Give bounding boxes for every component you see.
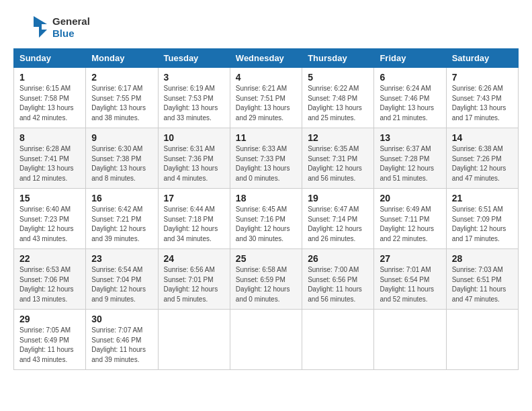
calendar-cell: 18 Sunrise: 6:45 AMSunset: 7:16 PMDaylig… [230, 189, 302, 249]
day-number: 7 [452, 72, 513, 83]
day-number: 5 [308, 72, 368, 83]
day-info: Sunrise: 6:38 AMSunset: 7:26 PMDaylight:… [452, 145, 506, 182]
day-info: Sunrise: 6:58 AMSunset: 6:59 PMDaylight:… [236, 266, 290, 303]
day-number: 3 [164, 72, 224, 83]
day-info: Sunrise: 6:42 AMSunset: 7:21 PMDaylight:… [91, 205, 146, 242]
day-number: 12 [308, 132, 368, 143]
day-info: Sunrise: 6:33 AMSunset: 7:33 PMDaylight:… [236, 145, 290, 182]
svg-marker-0 [34, 16, 47, 38]
day-number: 16 [91, 193, 152, 203]
calendar-cell: 4 Sunrise: 6:21 AMSunset: 7:51 PMDayligh… [230, 68, 302, 128]
calendar-cell [302, 310, 374, 370]
calendar-cell: 16 Sunrise: 6:42 AMSunset: 7:21 PMDaylig… [86, 189, 158, 249]
calendar-cell: 27 Sunrise: 7:01 AMSunset: 6:54 PMDaylig… [374, 249, 446, 310]
calendar-week-row: 1 Sunrise: 6:15 AMSunset: 7:58 PMDayligh… [14, 68, 519, 128]
calendar-cell: 13 Sunrise: 6:37 AMSunset: 7:28 PMDaylig… [374, 128, 446, 189]
calendar-cell [230, 310, 302, 370]
calendar-cell: 20 Sunrise: 6:49 AMSunset: 7:11 PMDaylig… [374, 189, 446, 249]
day-info: Sunrise: 6:31 AMSunset: 7:36 PMDaylight:… [164, 145, 218, 182]
calendar-table: SundayMondayTuesdayWednesdayThursdayFrid… [13, 48, 519, 370]
day-info: Sunrise: 6:30 AMSunset: 7:38 PMDaylight:… [91, 145, 146, 182]
calendar-cell: 1 Sunrise: 6:15 AMSunset: 7:58 PMDayligh… [14, 68, 86, 128]
day-info: Sunrise: 6:26 AMSunset: 7:43 PMDaylight:… [452, 85, 506, 122]
day-number: 26 [308, 253, 368, 264]
calendar-week-row: 8 Sunrise: 6:28 AMSunset: 7:41 PMDayligh… [14, 128, 519, 189]
day-number: 14 [452, 132, 513, 143]
day-info: Sunrise: 6:49 AMSunset: 7:11 PMDaylight:… [380, 205, 434, 242]
calendar-day-header: Thursday [302, 49, 374, 68]
calendar-week-row: 15 Sunrise: 6:40 AMSunset: 7:23 PMDaylig… [14, 189, 519, 249]
day-number: 4 [236, 72, 296, 83]
calendar-cell: 26 Sunrise: 7:00 AMSunset: 6:56 PMDaylig… [302, 249, 374, 310]
day-info: Sunrise: 6:22 AMSunset: 7:48 PMDaylight:… [308, 85, 362, 122]
day-info: Sunrise: 7:03 AMSunset: 6:51 PMDaylight:… [452, 266, 506, 303]
day-number: 24 [164, 253, 224, 264]
calendar-cell: 2 Sunrise: 6:17 AMSunset: 7:55 PMDayligh… [86, 68, 158, 128]
day-info: Sunrise: 6:53 AMSunset: 7:06 PMDaylight:… [19, 266, 74, 303]
day-info: Sunrise: 6:24 AMSunset: 7:46 PMDaylight:… [380, 85, 434, 122]
day-info: Sunrise: 6:54 AMSunset: 7:04 PMDaylight:… [91, 266, 146, 303]
page-header: GeneralBlue [13, 13, 519, 42]
day-info: Sunrise: 6:40 AMSunset: 7:23 PMDaylight:… [19, 205, 74, 242]
day-number: 22 [19, 253, 80, 264]
day-number: 23 [91, 253, 152, 264]
calendar-cell: 8 Sunrise: 6:28 AMSunset: 7:41 PMDayligh… [14, 128, 86, 189]
day-number: 13 [380, 132, 440, 143]
calendar-header-row: SundayMondayTuesdayWednesdayThursdayFrid… [14, 49, 519, 68]
calendar-cell [374, 310, 446, 370]
day-number: 30 [91, 314, 152, 324]
day-number: 2 [91, 72, 152, 83]
calendar-week-row: 22 Sunrise: 6:53 AMSunset: 7:06 PMDaylig… [14, 249, 519, 310]
day-number: 11 [236, 132, 296, 143]
day-number: 25 [236, 253, 296, 264]
calendar-cell: 6 Sunrise: 6:24 AMSunset: 7:46 PMDayligh… [374, 68, 446, 128]
calendar-cell [446, 310, 518, 370]
calendar-cell: 28 Sunrise: 7:03 AMSunset: 6:51 PMDaylig… [446, 249, 518, 310]
day-info: Sunrise: 7:05 AMSunset: 6:49 PMDaylight:… [19, 326, 74, 363]
day-info: Sunrise: 6:45 AMSunset: 7:16 PMDaylight:… [236, 205, 290, 242]
calendar-cell: 7 Sunrise: 6:26 AMSunset: 7:43 PMDayligh… [446, 68, 518, 128]
logo-general: General [52, 15, 90, 28]
calendar-cell: 25 Sunrise: 6:58 AMSunset: 6:59 PMDaylig… [230, 249, 302, 310]
calendar-cell: 14 Sunrise: 6:38 AMSunset: 7:26 PMDaylig… [446, 128, 518, 189]
logo: GeneralBlue [13, 13, 90, 42]
calendar-day-header: Saturday [446, 49, 518, 68]
day-number: 9 [91, 132, 152, 143]
calendar-cell: 30 Sunrise: 7:07 AMSunset: 6:46 PMDaylig… [86, 310, 158, 370]
logo-blue: Blue [52, 28, 90, 40]
calendar-cell: 9 Sunrise: 6:30 AMSunset: 7:38 PMDayligh… [86, 128, 158, 189]
day-info: Sunrise: 6:21 AMSunset: 7:51 PMDaylight:… [236, 85, 290, 122]
calendar-day-header: Friday [374, 49, 446, 68]
day-number: 18 [236, 193, 296, 203]
calendar-cell: 24 Sunrise: 6:56 AMSunset: 7:01 PMDaylig… [158, 249, 230, 310]
day-number: 6 [380, 72, 440, 83]
calendar-day-header: Sunday [14, 49, 86, 68]
day-info: Sunrise: 6:17 AMSunset: 7:55 PMDaylight:… [91, 85, 146, 122]
calendar-cell: 22 Sunrise: 6:53 AMSunset: 7:06 PMDaylig… [14, 249, 86, 310]
calendar-cell: 19 Sunrise: 6:47 AMSunset: 7:14 PMDaylig… [302, 189, 374, 249]
day-info: Sunrise: 7:07 AMSunset: 6:46 PMDaylight:… [91, 326, 146, 363]
calendar-day-header: Wednesday [230, 49, 302, 68]
day-number: 8 [19, 132, 80, 143]
day-number: 20 [380, 193, 440, 203]
day-info: Sunrise: 6:37 AMSunset: 7:28 PMDaylight:… [380, 145, 434, 182]
calendar-cell: 11 Sunrise: 6:33 AMSunset: 7:33 PMDaylig… [230, 128, 302, 189]
calendar-cell: 3 Sunrise: 6:19 AMSunset: 7:53 PMDayligh… [158, 68, 230, 128]
calendar-cell: 15 Sunrise: 6:40 AMSunset: 7:23 PMDaylig… [14, 189, 86, 249]
calendar-cell: 5 Sunrise: 6:22 AMSunset: 7:48 PMDayligh… [302, 68, 374, 128]
day-number: 21 [452, 193, 513, 203]
day-number: 10 [164, 132, 224, 143]
day-info: Sunrise: 6:28 AMSunset: 7:41 PMDaylight:… [19, 145, 74, 182]
calendar-cell: 23 Sunrise: 6:54 AMSunset: 7:04 PMDaylig… [86, 249, 158, 310]
calendar-cell: 29 Sunrise: 7:05 AMSunset: 6:49 PMDaylig… [14, 310, 86, 370]
day-number: 19 [308, 193, 368, 203]
day-number: 15 [19, 193, 80, 203]
day-number: 1 [19, 72, 80, 83]
day-info: Sunrise: 6:19 AMSunset: 7:53 PMDaylight:… [164, 85, 218, 122]
day-info: Sunrise: 6:47 AMSunset: 7:14 PMDaylight:… [308, 205, 362, 242]
day-info: Sunrise: 6:44 AMSunset: 7:18 PMDaylight:… [164, 205, 218, 242]
day-info: Sunrise: 6:51 AMSunset: 7:09 PMDaylight:… [452, 205, 506, 242]
calendar-cell [158, 310, 230, 370]
day-info: Sunrise: 7:01 AMSunset: 6:54 PMDaylight:… [380, 266, 434, 303]
calendar-cell: 12 Sunrise: 6:35 AMSunset: 7:31 PMDaylig… [302, 128, 374, 189]
